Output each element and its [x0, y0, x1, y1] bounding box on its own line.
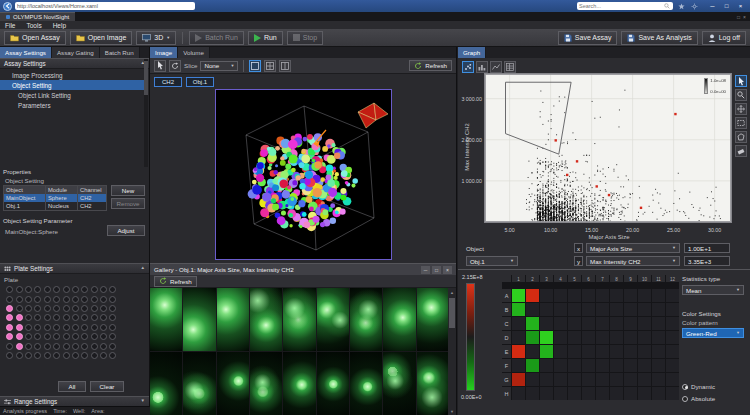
plate-well[interactable]: [25, 286, 32, 293]
plate-well[interactable]: [63, 324, 70, 331]
maximize-button[interactable]: □: [720, 1, 733, 11]
plate-well[interactable]: [63, 333, 70, 340]
plate-settings-header[interactable]: Plate Settings ▲: [0, 263, 149, 274]
plate-well[interactable]: [44, 343, 51, 350]
clear-button[interactable]: Clear: [90, 381, 124, 392]
plate-well[interactable]: [81, 314, 88, 321]
plate-well[interactable]: [100, 314, 107, 321]
plate-well[interactable]: [81, 352, 88, 359]
plate-well[interactable]: [100, 343, 107, 350]
plate-well[interactable]: [44, 333, 51, 340]
assay-settings-header[interactable]: Assay Settings ▲: [0, 58, 149, 69]
table-view-button[interactable]: [504, 61, 516, 73]
plate-well[interactable]: [91, 343, 98, 350]
search-input[interactable]: [579, 3, 660, 10]
plate-well[interactable]: [34, 305, 41, 312]
plate-well[interactable]: [25, 333, 32, 340]
plate-well[interactable]: [109, 314, 116, 321]
plate-well[interactable]: [53, 286, 60, 293]
gallery-thumbnail[interactable]: [350, 288, 382, 351]
plate-well[interactable]: [34, 296, 41, 303]
scroll-up-icon[interactable]: ▲: [450, 288, 454, 296]
gallery-scrollbar[interactable]: ▲ ▼: [448, 288, 456, 415]
plate-well[interactable]: [53, 324, 60, 331]
gallery-refresh-button[interactable]: Refresh: [154, 276, 197, 287]
plate-well[interactable]: [109, 305, 116, 312]
view-3d-dropdown[interactable]: 3D ▼: [136, 31, 176, 45]
tree-item-object-setting[interactable]: Object Setting: [0, 80, 144, 90]
dynamic-radio[interactable]: Dynamic: [682, 383, 715, 390]
plate-well[interactable]: [44, 324, 51, 331]
plate-well[interactable]: [72, 296, 79, 303]
plate-well[interactable]: [44, 314, 51, 321]
channel-obj1-button[interactable]: Obj.1: [186, 77, 214, 87]
gallery-thumbnail[interactable]: [317, 288, 349, 351]
plate-well[interactable]: [100, 296, 107, 303]
plate-well[interactable]: [16, 333, 23, 340]
object-dropdown[interactable]: Obj.1▼: [466, 256, 518, 266]
plate-well[interactable]: [25, 314, 32, 321]
plate-well[interactable]: [81, 305, 88, 312]
gallery-thumbnail[interactable]: [183, 288, 215, 351]
plate-well[interactable]: [63, 296, 70, 303]
app-close-icon[interactable]: ×: [743, 14, 746, 20]
plate-well[interactable]: [16, 343, 23, 350]
plate-well[interactable]: [44, 296, 51, 303]
plate-well[interactable]: [72, 314, 79, 321]
plate-well[interactable]: [16, 352, 23, 359]
plate-well[interactable]: [72, 352, 79, 359]
histogram-chart-button[interactable]: [476, 61, 488, 73]
address-input[interactable]: [17, 3, 193, 10]
scrollbar-thumb[interactable]: [144, 61, 148, 95]
log-off-button[interactable]: Log off: [702, 31, 746, 45]
view-grid-button[interactable]: [264, 60, 276, 72]
plate-well[interactable]: [6, 314, 13, 321]
select-tool-button[interactable]: [735, 75, 747, 87]
plate-well[interactable]: [91, 296, 98, 303]
plate-well[interactable]: [34, 333, 41, 340]
plate-well[interactable]: [100, 286, 107, 293]
gallery-thumbnail[interactable]: [417, 352, 449, 415]
plate-well[interactable]: [109, 343, 116, 350]
tab-image[interactable]: Image: [150, 47, 178, 58]
plate-well[interactable]: [72, 324, 79, 331]
search-box[interactable]: [577, 2, 673, 10]
color-pattern-dropdown[interactable]: Green-Red▼: [682, 328, 744, 338]
stop-button[interactable]: Stop: [287, 31, 323, 45]
clear-gate-button[interactable]: [735, 145, 747, 157]
scroll-down-icon[interactable]: ▼: [450, 407, 454, 415]
plate-well[interactable]: [109, 352, 116, 359]
gallery-thumbnail[interactable]: [150, 352, 182, 415]
volume-view[interactable]: [215, 89, 392, 260]
plate-well[interactable]: [34, 324, 41, 331]
plate-well[interactable]: [6, 286, 13, 293]
plate-well[interactable]: [16, 296, 23, 303]
plate-well[interactable]: [63, 286, 70, 293]
plate-well[interactable]: [109, 286, 116, 293]
gallery-thumbnail[interactable]: [383, 288, 415, 351]
plate-well[interactable]: [91, 314, 98, 321]
channel-ch2-button[interactable]: CH2: [154, 77, 182, 87]
plate-well[interactable]: [34, 314, 41, 321]
plate-well[interactable]: [53, 352, 60, 359]
plate-well[interactable]: [16, 286, 23, 293]
image-refresh-button[interactable]: Refresh: [409, 60, 452, 71]
gallery-thumbnail[interactable]: [317, 352, 349, 415]
plate-well[interactable]: [6, 296, 13, 303]
y-field-dropdown[interactable]: Max Intensity CH2▼: [586, 256, 680, 266]
tree-item-image-processing[interactable]: Image Processing: [0, 70, 144, 80]
expand-icon[interactable]: ▼: [141, 399, 145, 404]
plate-well[interactable]: [44, 286, 51, 293]
view-split-button[interactable]: [279, 60, 291, 72]
plate-well[interactable]: [16, 314, 23, 321]
rect-gate-button[interactable]: [735, 117, 747, 129]
app-restore-icon[interactable]: □: [737, 14, 740, 20]
tab-assay-gating[interactable]: Assay Gating: [52, 47, 100, 58]
plate-well[interactable]: [72, 286, 79, 293]
plate-well[interactable]: [100, 324, 107, 331]
plate-well[interactable]: [34, 352, 41, 359]
plate-well[interactable]: [34, 343, 41, 350]
remove-button[interactable]: Remove: [111, 198, 145, 209]
volume-render-canvas[interactable]: [216, 90, 391, 259]
gallery-thumbnail[interactable]: [183, 352, 215, 415]
